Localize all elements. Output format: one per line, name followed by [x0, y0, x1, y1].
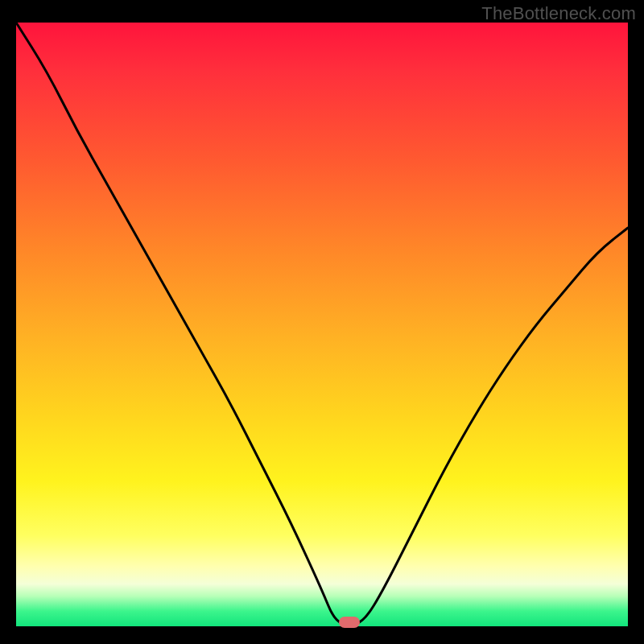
- chart-frame: TheBottleneck.com: [0, 0, 644, 644]
- plot-area: [16, 23, 628, 626]
- optimum-marker: [339, 617, 360, 628]
- bottleneck-curve: [16, 23, 628, 626]
- watermark-text: TheBottleneck.com: [481, 3, 636, 24]
